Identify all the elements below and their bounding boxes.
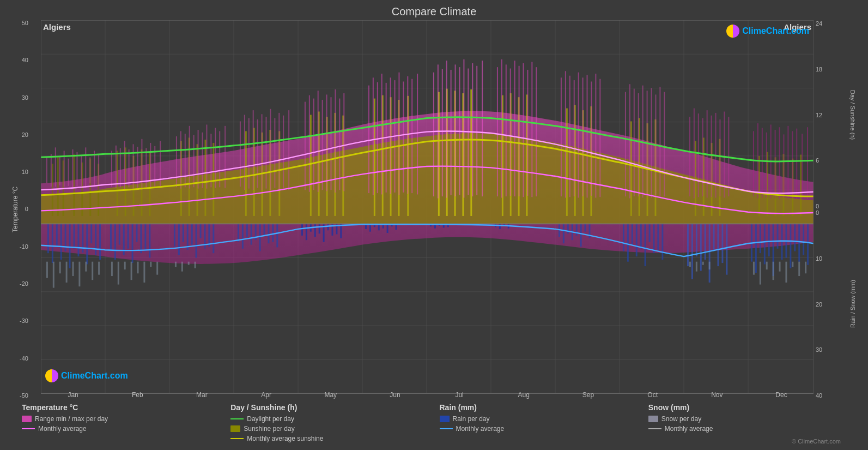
svg-rect-303 [657,224,659,250]
svg-rect-141 [373,77,374,195]
svg-rect-263 [314,224,316,237]
svg-rect-178 [578,73,579,198]
location-label-left: Algiers [43,22,71,32]
svg-rect-249 [213,224,214,253]
svg-rect-260 [301,224,303,236]
svg-rect-111 [198,130,199,189]
logo-text-top: ClimeChart.com [742,26,809,36]
svg-rect-121 [253,110,254,190]
legend-daylight-label: Daylight per day [247,415,294,423]
svg-rect-324 [790,224,791,268]
legend-rain-swatch [440,416,450,422]
legend-rain-per-day: Rain per day [440,415,638,423]
svg-rect-339 [118,262,119,285]
main-container: Compare Climate Temperature °C 50 40 30 … [0,0,868,450]
svg-rect-156 [451,70,452,195]
svg-rect-186 [634,89,635,196]
svg-rect-173 [536,67,537,196]
svg-rect-246 [200,224,202,238]
y-tick-right-rain-30: 30 [816,346,835,353]
logo-bottom-left: ClimeChart.com [45,369,128,382]
svg-rect-234 [128,224,129,248]
svg-rect-359 [785,262,787,283]
legend-daylight: Daylight per day [230,415,428,423]
svg-rect-58 [470,89,472,216]
svg-rect-116 [219,131,220,187]
svg-rect-239 [149,224,150,257]
svg-rect-305 [687,224,689,266]
svg-rect-106 [176,136,177,187]
svg-rect-360 [792,262,793,267]
svg-rect-321 [777,224,779,248]
x-tick-sep: Sep [556,391,620,399]
svg-rect-113 [206,124,207,188]
legend-sunshine: Day / Sunshine (h) Daylight per day Suns… [225,403,434,445]
svg-rect-169 [519,66,520,196]
svg-rect-289 [567,224,569,233]
svg-rect-329 [46,262,48,278]
svg-rect-98 [129,149,130,187]
svg-rect-241 [178,224,180,255]
svg-rect-159 [463,59,464,198]
x-tick-nov: Nov [685,391,749,399]
svg-rect-103 [150,143,151,189]
svg-rect-150 [411,79,412,193]
x-tick-feb: Feb [105,391,169,399]
svg-rect-143 [381,74,383,194]
x-axis: Jan Feb Mar Apr May Jun Jul Aug Sep Oct … [41,391,814,399]
svg-rect-183 [599,79,600,197]
chart-area: Temperature °C 50 40 30 20 10 0 -10 -20 … [11,20,857,399]
svg-rect-310 [709,224,711,283]
svg-rect-147 [398,73,399,195]
svg-rect-256 [264,224,265,236]
svg-rect-322 [781,224,783,260]
svg-rect-187 [638,93,639,196]
svg-rect-257 [268,224,269,243]
svg-rect-105 [160,141,161,188]
svg-rect-227 [90,224,92,243]
svg-rect-316 [755,224,757,273]
svg-rect-129 [288,110,289,190]
svg-rect-149 [407,76,408,194]
svg-rect-114 [210,134,211,187]
svg-rect-217 [47,224,49,253]
x-tick-mar: Mar [169,391,234,399]
svg-rect-356 [766,262,768,269]
svg-rect-302 [653,224,654,253]
svg-rect-343 [143,262,145,283]
svg-rect-361 [798,262,800,276]
legend-rain-avg-line [440,428,453,429]
svg-rect-338 [111,262,113,276]
legend-snow-label: Snow per day [661,415,701,423]
x-tick-may: May [299,391,363,399]
svg-rect-337 [98,262,100,275]
svg-rect-38 [213,143,214,216]
svg-rect-90 [85,147,86,188]
legend-snow-swatch [648,416,658,422]
svg-rect-89 [81,155,82,186]
svg-rect-75 [758,156,760,216]
svg-rect-152 [433,73,434,196]
legend-sunshine-avg-line [230,438,244,439]
svg-rect-362 [805,262,806,274]
svg-rect-184 [625,92,626,196]
svg-rect-163 [482,61,483,196]
y-tick-right-24: 24 [816,20,835,27]
svg-rect-124 [266,117,267,189]
svg-rect-216 [807,127,808,199]
svg-rect-206 [762,128,763,197]
svg-rect-167 [510,69,511,196]
svg-rect-170 [523,63,524,197]
svg-rect-190 [651,88,652,197]
svg-rect-333 [72,262,74,276]
svg-rect-97 [124,141,125,190]
svg-rect-145 [390,77,391,194]
svg-rect-349 [195,262,196,268]
svg-rect-261 [306,224,307,240]
svg-rect-132 [313,99,314,190]
svg-rect-49 [374,99,375,216]
legend-temp-range: Range min / max per day [22,415,220,423]
svg-rect-245 [196,224,197,257]
svg-rect-334 [78,262,80,286]
svg-rect-223 [73,224,75,248]
